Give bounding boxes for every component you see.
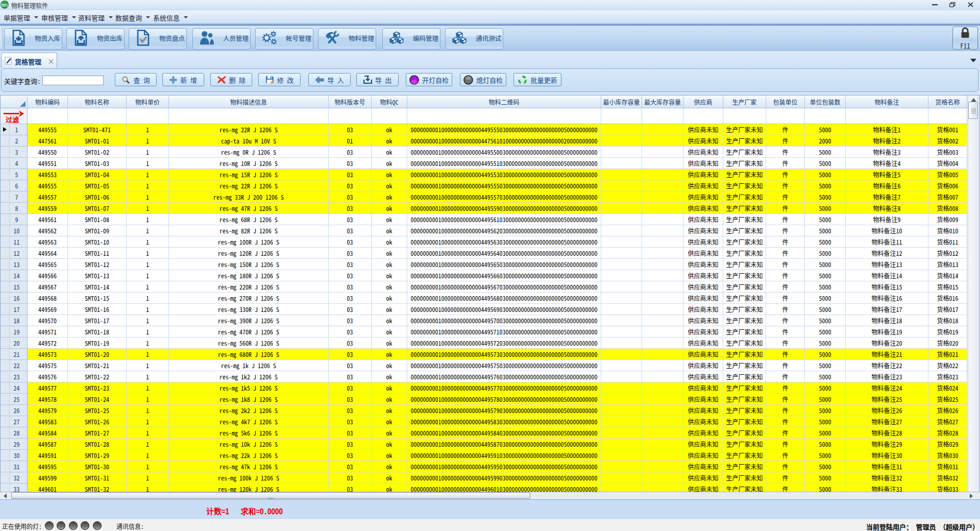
svg-text:过滤: 过滤 bbox=[6, 114, 19, 124]
